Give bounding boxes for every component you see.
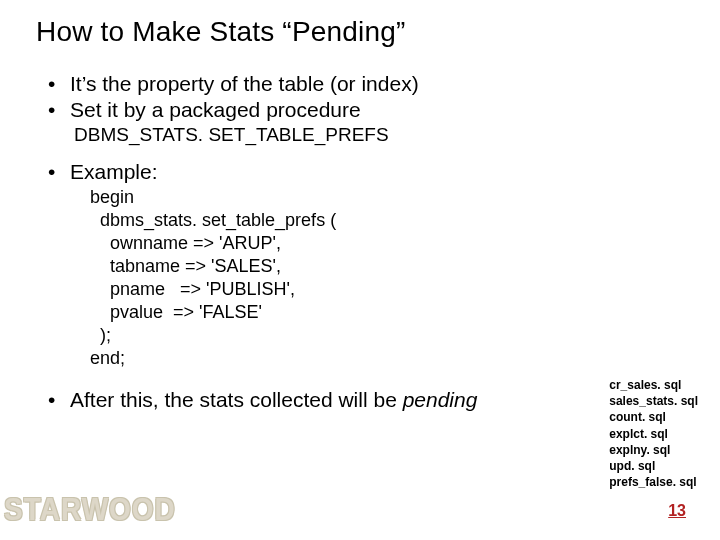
procedure-name: DBMS_STATS. SET_TABLE_PREFS <box>74 124 570 146</box>
slide-body: It’s the property of the table (or index… <box>50 72 570 412</box>
file-item: sales_stats. sql <box>609 393 698 409</box>
slide: How to Make Stats “Pending” It’s the pro… <box>0 0 720 540</box>
after-text: After this, the stats collected will be <box>70 388 403 411</box>
bullet-set-procedure: Set it by a packaged procedure <box>50 98 570 122</box>
file-item: count. sql <box>609 409 698 425</box>
bullet-example: Example: <box>50 160 570 184</box>
page-number: 13 <box>668 502 686 520</box>
file-list: cr_sales. sql sales_stats. sql count. sq… <box>609 377 698 490</box>
file-item: explct. sql <box>609 426 698 442</box>
bullet-property: It’s the property of the table (or index… <box>50 72 570 96</box>
file-item: prefs_false. sql <box>609 474 698 490</box>
slide-title: How to Make Stats “Pending” <box>36 16 406 48</box>
after-emphasis: pending <box>403 388 478 411</box>
bullet-after: After this, the stats collected will be … <box>50 388 570 412</box>
file-item: explny. sql <box>609 442 698 458</box>
file-item: upd. sql <box>609 458 698 474</box>
brand-logo: STARWOOD <box>4 493 176 528</box>
code-block: begin dbms_stats. set_table_prefs ( ownn… <box>90 186 570 370</box>
file-item: cr_sales. sql <box>609 377 698 393</box>
